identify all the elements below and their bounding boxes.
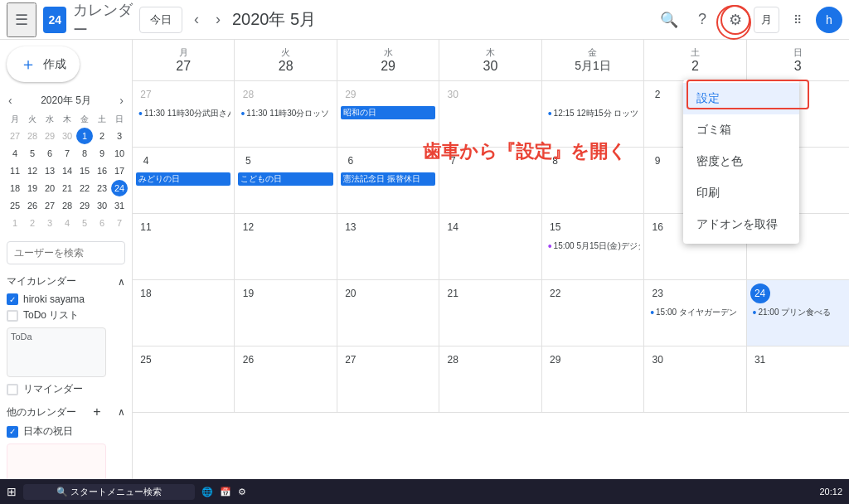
search-button[interactable]: 🔍 (654, 5, 684, 35)
dow-sun: 日3 (747, 40, 849, 80)
event-midori[interactable]: みどりの日 (136, 172, 230, 186)
taskbar-browser[interactable]: 🌐 (201, 487, 213, 497)
cal-cell-apr28[interactable]: 28 11:30 11時30分ロッソ (235, 81, 337, 147)
today-button[interactable]: 今日 (139, 7, 182, 33)
cal-cell-may8[interactable]: 8 (542, 148, 644, 213)
settings-dropdown: 設定 ゴミ箱 密度と色 印刷 アドオンを取得 (683, 80, 799, 244)
collapse-icon: ∧ (118, 276, 125, 288)
cal-cell-may27[interactable]: 27 (337, 346, 439, 412)
view-select[interactable]: 月 (754, 7, 779, 33)
cal-cell-apr27[interactable]: 27 11:30 11時30分武田さん (133, 81, 235, 147)
japan-holiday-checkbox[interactable]: ✓ (7, 426, 18, 438)
cal-cell-may4[interactable]: 4 みどりの日 (133, 148, 235, 213)
mini-calendar: ‹ 2020年 5月 › 月 火 水 木 金 土 日 27 28 29 30 1… (7, 92, 125, 231)
user-search (7, 241, 125, 264)
cal-dow-headers: 月27 火28 水29 木30 金5月1日 土2 日3 (133, 40, 849, 81)
cal-cell-may18[interactable]: 18 (133, 280, 235, 346)
cal-cell-may13[interactable]: 13 (337, 214, 439, 279)
cal-cell-may24[interactable]: 24 21:00 プリン食べる (747, 280, 849, 346)
reminder-checkbox[interactable] (7, 384, 18, 395)
my-calendars-section[interactable]: マイカレンダー ∧ (7, 274, 125, 288)
cal-cell-may26[interactable]: 26 (235, 346, 337, 412)
avatar[interactable]: h (816, 7, 842, 33)
cal-cell-may11[interactable]: 11 (133, 214, 235, 279)
cal-cell-apr29[interactable]: 29 昭和の日 (337, 81, 439, 147)
mini-cal-title: 2020年 5月 (41, 94, 91, 108)
mini-cal-prev[interactable]: ‹ (7, 92, 14, 109)
japan-holiday-item[interactable]: ✓ 日本の祝日 (7, 423, 125, 440)
create-button[interactable]: ＋ 作成 (7, 46, 80, 82)
event-digital[interactable]: 15:00 5月15日(金)デジタ (546, 239, 640, 254)
event-pudding[interactable]: 21:00 プリン食べる (750, 305, 846, 320)
event-kenpo[interactable]: 憲法記念日 振替休日 (341, 172, 435, 186)
dropdown-trash[interactable]: ゴミ箱 (683, 114, 799, 146)
cal-cell-may23[interactable]: 23 15:00 タイヤガーデン (644, 280, 746, 346)
cal-cell-may5[interactable]: 5 こどもの日 (235, 148, 337, 213)
todo-calendar-item[interactable]: ToDo リスト (7, 307, 125, 324)
dropdown-density[interactable]: 密度と色 (683, 146, 799, 177)
collapse-other-icon: ∧ (118, 406, 125, 418)
topbar-left: ☰ 24 カレンダー (7, 0, 139, 40)
taskbar-search[interactable]: 🔍 スタートメニュー検索 (23, 484, 195, 500)
taskbar-settings[interactable]: ⚙ (238, 487, 246, 497)
help-button[interactable]: ? (687, 5, 717, 35)
cal-cell-may14[interactable]: 14 (439, 214, 541, 279)
prev-month-button[interactable]: ‹ (189, 7, 204, 32)
plus-icon: ＋ (20, 53, 36, 75)
dropdown-addons[interactable]: アドオンを取得 (683, 209, 799, 240)
mini-cal-next[interactable]: › (118, 92, 125, 109)
cal-cell-may19[interactable]: 19 (235, 280, 337, 346)
other-cal-box (7, 443, 106, 479)
cal-cell-may31[interactable]: 31 (747, 346, 849, 412)
dow-tue: 火28 (235, 40, 337, 80)
event-takeda[interactable]: 11:30 11時30分武田さん (136, 106, 230, 121)
cal-week-5: 25 26 27 28 29 30 31 (133, 346, 849, 413)
cal-cell-may28[interactable]: 28 (439, 346, 541, 412)
reminder-calendar-item[interactable]: リマインダー (7, 380, 125, 398)
month-title: 2020年 5月 (232, 8, 316, 31)
dow-mon: 月27 (133, 40, 235, 80)
calendar-area: 歯車から『設定』を開く 月27 火28 水29 木30 金5月1日 土2 日3 … (133, 40, 849, 479)
event-rots1[interactable]: 12:15 12時15分 ロッツ (546, 106, 640, 121)
cal-cell-may21[interactable]: 21 (439, 280, 541, 346)
taskbar-start[interactable]: ⊞ (7, 485, 17, 498)
cal-cell-may7[interactable]: 7 (439, 148, 541, 213)
apps-button[interactable]: ⠿ (783, 5, 813, 35)
hamburger-icon[interactable]: ☰ (7, 2, 36, 37)
dow-sat: 土2 (644, 40, 746, 80)
dropdown-settings[interactable]: 設定 (683, 83, 799, 114)
next-month-button[interactable]: › (211, 7, 226, 32)
todo-checkbox[interactable] (7, 310, 18, 322)
dow-fri: 金5月1日 (542, 40, 644, 80)
hiroki-calendar-item[interactable]: ✓ hiroki sayama (7, 292, 125, 307)
topbar: ☰ 24 カレンダー 今日 ‹ › 2020年 5月 🔍 ? ⚙ 月 ⠿ h (0, 0, 849, 40)
cal-cell-may20[interactable]: 20 (337, 280, 439, 346)
topbar-right: 🔍 ? ⚙ 月 ⠿ h (654, 5, 842, 35)
dow-thu: 木30 (439, 40, 541, 80)
event-showa[interactable]: 昭和の日 (341, 106, 435, 119)
todo-box: ToDa (7, 327, 106, 377)
cal-cell-may22[interactable]: 22 (542, 280, 644, 346)
hiroki-checkbox[interactable]: ✓ (7, 293, 18, 305)
sidebar: ＋ 作成 ‹ 2020年 5月 › 月 火 水 木 金 土 日 27 28 29 (0, 40, 133, 479)
cal-cell-may6[interactable]: 6 憲法記念日 振替休日 (337, 148, 439, 213)
cal-cell-may30[interactable]: 30 (644, 346, 746, 412)
other-calendars-section[interactable]: 他のカレンダー + ∧ (7, 405, 125, 419)
user-search-input[interactable] (7, 241, 125, 264)
taskbar-calendar[interactable]: 📅 (220, 487, 231, 497)
main-layout: ＋ 作成 ‹ 2020年 5月 › 月 火 水 木 金 土 日 27 28 29 (0, 40, 849, 479)
cal-cell-may12[interactable]: 12 (235, 214, 337, 279)
cal-cell-may25[interactable]: 25 (133, 346, 235, 412)
event-tire[interactable]: 15:00 タイヤガーデン (648, 305, 742, 320)
cal-week-4: 18 19 20 21 22 23 15:00 タイヤガーデン (133, 280, 849, 346)
cal-cell-may29[interactable]: 29 (542, 346, 644, 412)
event-rosso28[interactable]: 11:30 11時30分ロッソ (238, 106, 332, 121)
settings-gear-button[interactable]: ⚙ (720, 5, 750, 35)
mini-cal-header: ‹ 2020年 5月 › (7, 92, 125, 109)
cal-cell-may1[interactable]: 12:15 12時15分 ロッツ (542, 81, 644, 147)
event-kodomo[interactable]: こどもの日 (238, 172, 332, 186)
add-calendar-icon[interactable]: + (93, 405, 100, 419)
cal-cell-may15[interactable]: 15 15:00 5月15日(金)デジタ (542, 214, 644, 279)
dropdown-print[interactable]: 印刷 (683, 177, 799, 209)
cal-cell-apr30[interactable]: 30 (439, 81, 541, 147)
